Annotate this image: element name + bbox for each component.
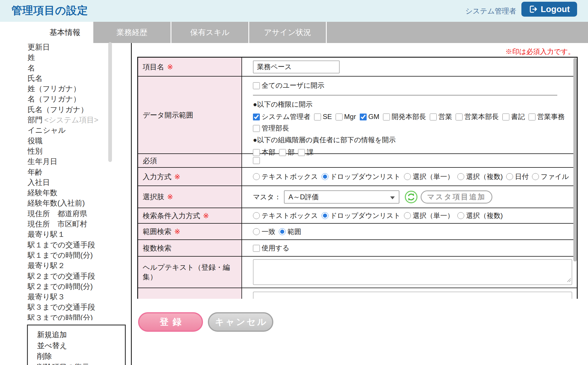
- field-list-item[interactable]: 現住所 都道府県: [28, 208, 107, 219]
- item-name-input[interactable]: [253, 60, 340, 73]
- logout-button[interactable]: Logout: [521, 2, 577, 17]
- radio-label: ドロップダウンリスト: [330, 172, 401, 181]
- input-method-option[interactable]: ファイル: [532, 172, 569, 181]
- tab-work-history[interactable]: 業務経歴: [92, 22, 171, 43]
- field-list-item[interactable]: 経験年数: [28, 188, 107, 198]
- tab-assign-status[interactable]: アサイン状況: [248, 22, 326, 43]
- search-method-option[interactable]: ドロップダウンリスト: [322, 211, 401, 220]
- permission-checkbox[interactable]: 管理部長: [253, 124, 289, 132]
- action-item[interactable]: 並べ替え: [37, 340, 125, 351]
- permission-checkbox[interactable]: システム管理者: [253, 113, 310, 120]
- field-list-item[interactable]: 最寄り駅３: [28, 292, 107, 302]
- master-select[interactable]: A～D評価: [284, 190, 399, 204]
- tab-basic-info[interactable]: 基本情報: [37, 22, 92, 43]
- field-list-item[interactable]: 姓: [28, 52, 107, 63]
- row-choices: 選択肢※ マスタ： A～D評価: [138, 186, 577, 208]
- permission-checkbox[interactable]: 営業: [430, 113, 452, 120]
- field-list-item[interactable]: 入社日: [28, 177, 107, 188]
- button-label: キャンセル: [214, 316, 268, 328]
- row-range-search: 範囲検索※ 一致 範囲: [138, 224, 577, 240]
- field-list-item[interactable]: 氏名: [28, 73, 107, 83]
- field-label: 氏名: [28, 74, 42, 83]
- radio-label: 日付: [515, 172, 529, 181]
- row-content: 使用する: [242, 240, 577, 256]
- multi-search-checkbox[interactable]: 使用する: [253, 243, 289, 253]
- action-item[interactable]: 削除項目の復元: [37, 362, 125, 365]
- page-title: 管理項目の設定: [11, 3, 88, 18]
- field-list-item[interactable]: 更新日: [28, 42, 107, 52]
- action-item[interactable]: 新規追加: [37, 329, 125, 340]
- field-label: 最寄り駅３: [28, 292, 65, 301]
- input-method-option[interactable]: テキストボックス: [253, 172, 318, 181]
- field-list-item[interactable]: 現住所 市区町村: [28, 219, 107, 229]
- field-list-item[interactable]: 部門<システム項目>: [28, 115, 107, 125]
- tab-bar-filler: [326, 22, 588, 43]
- field-label: 駅３までの時間(分): [28, 313, 93, 320]
- help-text-input[interactable]: [253, 259, 572, 285]
- field-list-item[interactable]: 生年月日: [28, 156, 107, 167]
- field-list-item[interactable]: 最寄り駅２: [28, 260, 107, 271]
- field-label: 更新日: [28, 43, 50, 51]
- permission-checkbox[interactable]: 営業事務: [529, 113, 565, 120]
- permission-checkbox[interactable]: GM: [360, 113, 380, 120]
- field-list-item[interactable]: 役職: [28, 136, 107, 146]
- search-method-option[interactable]: テキストボックス: [253, 211, 318, 220]
- resize-grip-icon[interactable]: [566, 276, 571, 284]
- field-list-item[interactable]: イニシャル: [28, 125, 107, 135]
- required-checkbox[interactable]: [253, 157, 260, 164]
- field-list-item[interactable]: 駅２までの交通手段: [28, 271, 107, 281]
- search-method-option[interactable]: 選択（複数): [457, 211, 503, 220]
- disclosure-divider: [253, 95, 557, 95]
- cancel-button[interactable]: キャンセル: [208, 312, 273, 332]
- field-list-item[interactable]: 駅２までの時間(分): [28, 281, 107, 292]
- input-method-option[interactable]: 日付: [506, 172, 529, 181]
- checkbox-label: 全てのユーザに開示: [262, 81, 324, 89]
- field-list-item[interactable]: 最寄り駅１: [28, 229, 107, 239]
- radio-label: ドロップダウンリスト: [330, 211, 401, 220]
- tab-skills[interactable]: 保有スキル: [171, 22, 248, 43]
- field-list-item[interactable]: 年齢: [28, 167, 107, 177]
- add-master-item-button[interactable]: マスタ項目追加: [421, 190, 493, 204]
- permission-checkbox[interactable]: SE: [314, 113, 332, 120]
- button-label: マスタ項目追加: [427, 192, 486, 202]
- clipped-textarea[interactable]: [253, 292, 572, 299]
- range-search-radio-group: 一致 範囲: [242, 224, 577, 239]
- permission-checkbox[interactable]: 営業本部長: [456, 113, 499, 120]
- input-method-option[interactable]: ドロップダウンリスト: [322, 172, 401, 181]
- field-list-item[interactable]: 駅３までの時間(分): [28, 313, 107, 320]
- field-list-item[interactable]: 駅３までの交通手段: [28, 302, 107, 312]
- refresh-icon[interactable]: [405, 190, 418, 204]
- field-label: 経験年数: [28, 188, 57, 197]
- all-users-checkbox[interactable]: 全てのユーザに開示: [253, 81, 324, 89]
- field-list-item[interactable]: 名（フリガナ）: [28, 94, 107, 104]
- radio-label: 選択（複数): [466, 211, 503, 220]
- row-label: ヘルプテキスト（登録・編集）: [138, 257, 242, 288]
- sidebar-scrollbar-thumb[interactable]: [108, 42, 112, 162]
- field-list-item[interactable]: 名: [28, 63, 107, 73]
- input-method-option[interactable]: 選択（単一）: [404, 172, 454, 181]
- field-list-item[interactable]: 氏名（フリガナ）: [28, 104, 107, 115]
- permission-checkbox[interactable]: Mgr: [336, 113, 356, 120]
- search-method-option[interactable]: 選択（単一）: [404, 211, 454, 220]
- action-item[interactable]: 削除: [37, 351, 125, 362]
- row-help-text: ヘルプテキスト（登録・編集）: [138, 257, 577, 288]
- field-list-item[interactable]: 駅１までの時間(分): [28, 250, 107, 260]
- radio-label: ファイル: [541, 172, 569, 181]
- permission-checkbox[interactable]: 書記: [502, 113, 525, 120]
- row-label: 複数検索: [138, 240, 242, 256]
- field-list-item[interactable]: 性別: [28, 146, 107, 156]
- form-scrollbar-thumb[interactable]: [573, 58, 577, 261]
- register-button[interactable]: 登録: [138, 312, 203, 332]
- input-method-option[interactable]: 選択（複数): [457, 172, 503, 181]
- range-search-option[interactable]: 一致: [253, 227, 275, 236]
- checkbox-label: システム管理者: [262, 113, 310, 120]
- row-label: 検索条件入力方式※: [138, 208, 242, 223]
- field-list-item[interactable]: 駅１までの交通手段: [28, 240, 107, 250]
- label-text: 項目名: [143, 62, 164, 72]
- permission-checkbox[interactable]: 開発本部長: [383, 113, 426, 120]
- field-label: 駅３までの交通手段: [28, 303, 95, 311]
- checkbox-label: 営業事務: [537, 113, 565, 120]
- range-search-option[interactable]: 範囲: [279, 227, 301, 236]
- field-list-item[interactable]: 姓（フリガナ）: [28, 83, 107, 94]
- field-list-item[interactable]: 経験年数(入社前): [28, 198, 107, 208]
